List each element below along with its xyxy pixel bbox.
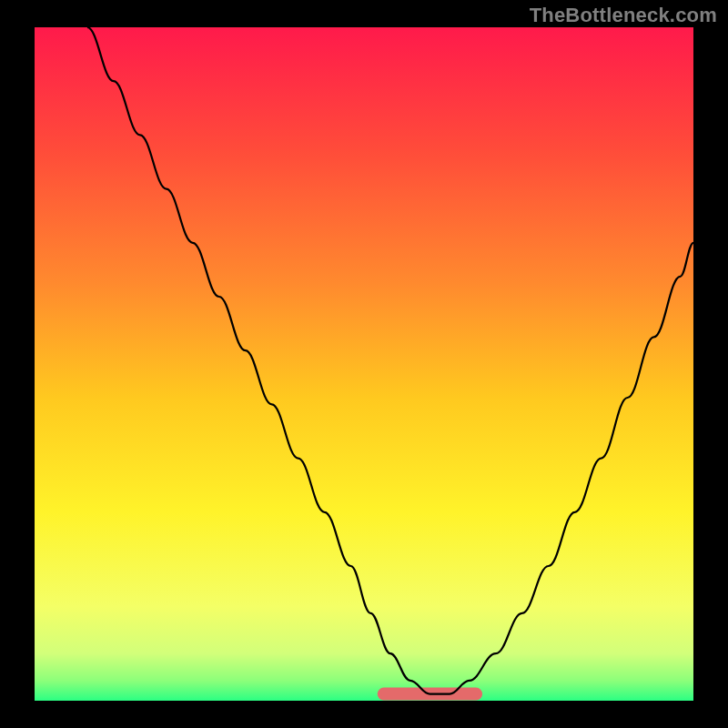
plot-area: [35, 27, 693, 701]
chart-svg: [35, 27, 693, 701]
watermark-text: TheBottleneck.com: [530, 4, 717, 27]
chart-frame: TheBottleneck.com: [0, 0, 728, 728]
